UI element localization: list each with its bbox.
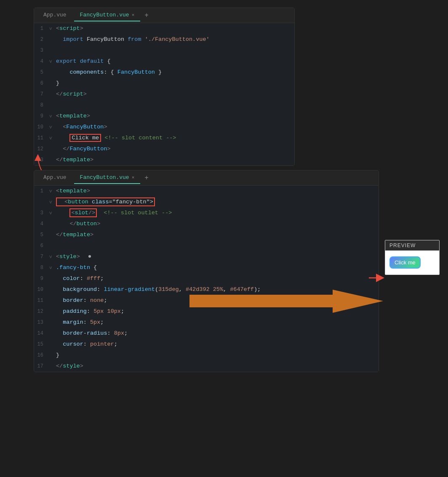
bottom-line-7: 7 v <style> (34, 251, 379, 262)
bottom-line-12: 12 padding: 5px 10px; (34, 306, 379, 317)
code-line-5: 5 components: { FancyButton } (34, 67, 294, 78)
preview-button[interactable]: Click me (389, 256, 421, 269)
top-editor: App.vue FancyButton.vue × + 1 v <script>… (34, 8, 295, 166)
slot-highlight: <slot/> (69, 208, 97, 217)
bottom-line-5: 5 </template> (34, 229, 379, 240)
preview-header: PREVIEW (385, 240, 439, 250)
tab-close-bottom[interactable]: × (132, 175, 135, 180)
preview-panel: PREVIEW Click me (385, 240, 440, 275)
bottom-line-3: 3 v <slot/> <!-- slot outlet --> (34, 208, 379, 219)
bottom-line-1: 1 v <template> (34, 186, 379, 197)
tab-add-bottom[interactable]: + (142, 174, 151, 182)
code-line-3: 3 (34, 45, 294, 56)
top-code-area: 1 v <script> 2 import FancyButton from '… (34, 23, 294, 165)
bottom-line-14: 14 border-radius: 8px; (34, 328, 379, 339)
button-tag-highlight: <button class="fancy-btn"> (56, 197, 155, 206)
bottom-line-16: 16 } (34, 350, 379, 361)
code-line-11: 11 v Click me <!-- slot content --> (34, 133, 294, 144)
bottom-tab-bar: App.vue FancyButton.vue × + (34, 171, 379, 186)
bottom-line-17: 17 </style> (34, 361, 379, 372)
code-line-7: 7 </script> (34, 89, 294, 100)
code-line-12: 12 </FancyButton> (34, 144, 294, 155)
bottom-line-4: 4 </button> (34, 219, 379, 229)
bottom-line-11: 11 border: none; (34, 295, 379, 306)
bottom-line-2: v <button class="fancy-btn"> (34, 197, 379, 208)
code-line-9: 9 v <template> (34, 111, 294, 122)
click-me-highlight: Click me (69, 134, 101, 142)
bottom-line-10: 10 background: linear-gradient(315deg, #… (34, 284, 379, 295)
bottom-editor: App.vue FancyButton.vue × + 1 v <templat… (34, 170, 379, 372)
code-line-1: 1 v <script> (34, 23, 294, 34)
code-line-8: 8 (34, 100, 294, 111)
bottom-line-9: 9 color: #fff; (34, 273, 379, 284)
tab-app-vue-top[interactable]: App.vue (37, 9, 72, 21)
code-line-4: 4 v export default { (34, 56, 294, 67)
code-line-10: 10 v <FancyButton> (34, 122, 294, 133)
tab-fancybutton-vue-top[interactable]: FancyButton.vue × (74, 9, 141, 21)
bottom-code-area: 1 v <template> v <button class="fancy-bt… (34, 186, 379, 372)
code-line-13: 13 </template> (34, 155, 294, 165)
top-tab-bar: App.vue FancyButton.vue × + (34, 8, 294, 23)
bottom-line-6: 6 (34, 240, 379, 251)
code-line-6: 6 } (34, 78, 294, 89)
bottom-line-13: 13 margin: 5px; (34, 317, 379, 328)
bottom-line-8: 8 v .fancy-btn { (34, 262, 379, 273)
code-line-2: 2 import FancyButton from './FancyButton… (34, 34, 294, 45)
tab-fancybutton-vue-bottom[interactable]: FancyButton.vue × (74, 172, 141, 184)
tab-app-vue-bottom[interactable]: App.vue (37, 172, 72, 184)
preview-body: Click me (385, 250, 439, 274)
bottom-line-15: 15 cursor: pointer; (34, 339, 379, 350)
tab-close-top[interactable]: × (132, 13, 135, 18)
tab-add-top[interactable]: + (142, 12, 151, 19)
